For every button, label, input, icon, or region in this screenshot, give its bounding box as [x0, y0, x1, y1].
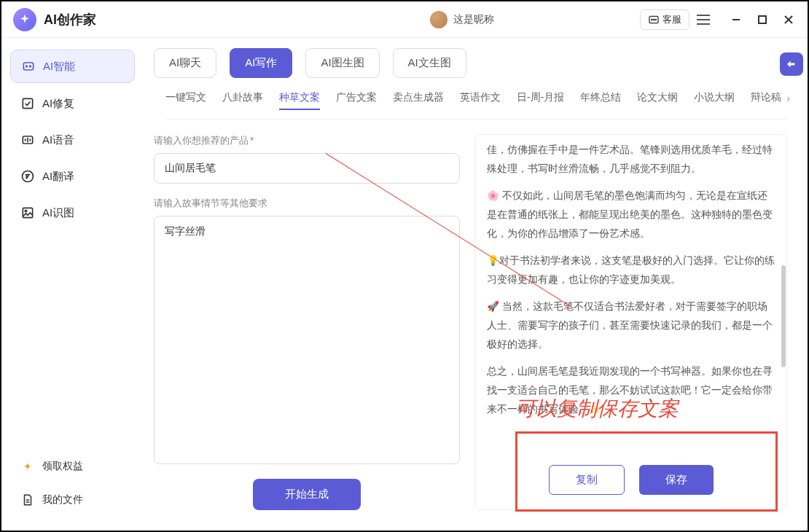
- file-icon: [20, 493, 35, 507]
- tab-ai-txt2img[interactable]: AI文生图: [393, 48, 466, 78]
- sidebar-item-ai-translate[interactable]: AI翻译: [10, 160, 135, 192]
- image-icon: [20, 206, 35, 220]
- sub-tabs: 一键写文 八卦故事 种草文案 广告文案 卖点生成器 英语作文 日-周-月报 年终…: [165, 85, 787, 120]
- sidebar-item-label: 我的文件: [42, 493, 83, 506]
- svg-point-1: [652, 19, 652, 20]
- svg-point-3: [655, 19, 656, 20]
- output-paragraph: 💡对于书法初学者来说，这支笔是极好的入门选择。它让你的练习变得更加有趣，也让你的…: [487, 251, 775, 289]
- voice-icon: [20, 133, 35, 147]
- generate-button[interactable]: 开始生成: [253, 479, 361, 510]
- svg-point-10: [30, 66, 31, 67]
- close-button[interactable]: [781, 12, 796, 27]
- svg-rect-17: [23, 208, 32, 217]
- output-panel: 佳，仿佛握在手中是一件艺术品。笔锋则选用优质羊毛，经过特殊处理，书写时丝滑流畅，…: [474, 134, 787, 510]
- sidebar-item-label: AI翻译: [42, 170, 74, 184]
- svg-rect-8: [23, 63, 33, 70]
- sidebar: AI智能 AI修复 AI语音 AI翻译 AI识图 ✦ 领取权益: [1, 38, 144, 531]
- nickname-text: 这是昵称: [453, 13, 494, 26]
- minimize-button[interactable]: [729, 12, 743, 27]
- svg-rect-5: [759, 16, 766, 23]
- detail-textarea[interactable]: [154, 216, 460, 464]
- avatar: [430, 11, 448, 28]
- sidebar-item-benefits[interactable]: ✦ 领取权益: [10, 452, 135, 481]
- gift-icon: ✦: [20, 459, 35, 474]
- subtab-ad[interactable]: 广告文案: [336, 91, 377, 110]
- chevron-right-icon[interactable]: ›: [786, 93, 790, 104]
- top-tabs: AI聊天 AI写作 AI图生图 AI文生图: [154, 48, 799, 78]
- subtab-gossip[interactable]: 八卦故事: [222, 91, 263, 110]
- subtab-yearend[interactable]: 年终总结: [580, 91, 621, 110]
- copy-button[interactable]: 复制: [549, 465, 625, 495]
- app-title: AI创作家: [44, 11, 96, 28]
- sidebar-item-files[interactable]: 我的文件: [10, 485, 135, 515]
- tab-ai-write[interactable]: AI写作: [230, 48, 292, 78]
- subtab-seeding[interactable]: 种草文案: [279, 91, 320, 110]
- maximize-button[interactable]: [755, 12, 770, 27]
- sparkle-icon: [21, 59, 36, 74]
- subtab-english[interactable]: 英语作文: [460, 91, 501, 110]
- subtab-report[interactable]: 日-周-月报: [517, 91, 564, 110]
- sidebar-item-label: 领取权益: [42, 460, 83, 473]
- detail-label: 请输入故事情节等其他要求: [154, 197, 460, 210]
- sidebar-item-label: AI语音: [42, 133, 74, 147]
- svg-point-9: [26, 66, 28, 67]
- svg-point-18: [25, 210, 27, 212]
- sidebar-item-label: AI修复: [42, 97, 74, 111]
- app-logo: [13, 8, 36, 31]
- output-text: 佳，仿佛握在手中是一件艺术品。笔锋则选用优质羊毛，经过特殊处理，书写时丝滑流畅，…: [475, 135, 786, 447]
- subtab-novel[interactable]: 小说大纲: [694, 91, 735, 110]
- sidebar-item-label: AI识图: [42, 206, 74, 220]
- subtab-thesis[interactable]: 论文大纲: [637, 91, 678, 110]
- product-input[interactable]: [154, 153, 460, 184]
- output-paragraph: 🚀 当然，这款毛笔不仅适合书法爱好者，对于需要签字的职场人士、需要写字的孩子们，…: [487, 297, 775, 353]
- output-paragraph: 总之，山间居毛笔是我近期发现的一个书写神器。如果你也在寻找一支适合自己的毛笔，那…: [487, 362, 775, 418]
- tab-ai-chat[interactable]: AI聊天: [154, 48, 216, 78]
- tab-ai-img2img[interactable]: AI图生图: [305, 48, 379, 78]
- svg-rect-11: [23, 98, 32, 108]
- sidebar-item-ai-image[interactable]: AI识图: [10, 197, 135, 229]
- scrollbar[interactable]: [781, 265, 786, 367]
- sidebar-item-ai-smart[interactable]: AI智能: [10, 50, 135, 83]
- sidebar-item-ai-repair[interactable]: AI修复: [10, 87, 135, 120]
- svg-point-2: [653, 19, 654, 20]
- menu-icon[interactable]: [697, 11, 714, 28]
- sidebar-item-ai-voice[interactable]: AI语音: [10, 124, 135, 156]
- customer-service-button[interactable]: 客服: [640, 9, 689, 30]
- product-label: 请输入你想推荐的产品*: [154, 134, 460, 147]
- subtab-debate[interactable]: 辩论稿: [751, 91, 781, 110]
- wand-icon: [20, 96, 35, 111]
- subtab-selling[interactable]: 卖点生成器: [393, 91, 444, 110]
- output-paragraph: 🌸 不仅如此，山间居毛笔的墨色饱满而均匀，无论是在宣纸还是在普通的纸张上，都能呈…: [487, 187, 775, 243]
- back-button[interactable]: [780, 52, 803, 76]
- sidebar-item-label: AI智能: [43, 60, 75, 74]
- save-button[interactable]: 保存: [639, 465, 714, 495]
- subtab-onekey[interactable]: 一键写文: [165, 91, 206, 110]
- translate-icon: [20, 169, 35, 184]
- output-paragraph: 佳，仿佛握在手中是一件艺术品。笔锋则选用优质羊毛，经过特殊处理，书写时丝滑流畅，…: [487, 141, 775, 178]
- user-nickname[interactable]: 这是昵称: [430, 11, 494, 28]
